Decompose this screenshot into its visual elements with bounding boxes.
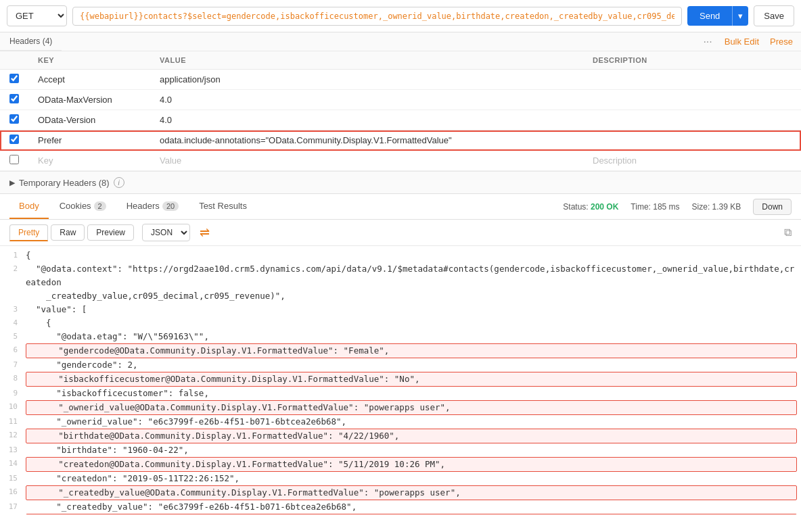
more-options-icon[interactable]: ···	[703, 36, 712, 48]
value-column-header: VALUE	[150, 51, 583, 70]
preview-button[interactable]: Preview	[87, 224, 134, 241]
line-content: "gendercode@OData.Community.Display.V1.F…	[26, 343, 797, 358]
header-checkbox[interactable]	[9, 155, 19, 164]
line-number: 8	[4, 372, 26, 385]
copy-icon[interactable]: ⧉	[784, 226, 792, 239]
header-checkbox[interactable]	[9, 74, 19, 83]
header-row: OData-Version4.0	[0, 110, 801, 130]
header-row: OData-MaxVersion4.0	[0, 90, 801, 110]
line-number: 2	[4, 262, 26, 275]
header-description	[583, 110, 801, 130]
preset-button[interactable]: Prese	[770, 37, 793, 47]
line-content: {	[26, 316, 797, 330]
tab-body[interactable]: Body	[9, 194, 49, 219]
json-line: 10 "_ownerid_value@OData.Community.Displ…	[0, 400, 801, 415]
header-checkbox[interactable]	[9, 114, 19, 124]
tab-badge: 20	[162, 201, 179, 211]
status-bar: Status: 200 OK Time: 185 ms Size: 1.39 K…	[563, 199, 792, 215]
line-content: "_ownerid_value": "e6c3799f-e26b-4f51-b0…	[26, 415, 797, 429]
line-content: "_createdby_value": "e6c3799f-e26b-4f51-…	[26, 500, 797, 514]
tab-badge: 2	[94, 201, 106, 211]
header-description	[583, 70, 801, 90]
line-content: "birthdate": "1960-04-22",	[26, 443, 797, 457]
header-value: odata.include-annotations="OData.Communi…	[150, 130, 583, 151]
key-column-header: KEY	[28, 51, 150, 70]
json-line: 14 "createdon@OData.Community.Display.V1…	[0, 457, 801, 472]
json-line: 16 "_createdby_value@OData.Community.Dis…	[0, 485, 801, 500]
info-icon[interactable]: i	[114, 177, 124, 188]
line-number: 15	[4, 472, 26, 485]
line-number: 16	[4, 485, 26, 498]
tab-test-results[interactable]: Test Results	[189, 194, 256, 219]
line-content: {	[26, 249, 797, 262]
json-line: 17 "_createdby_value": "e6c3799f-e26b-4f…	[0, 500, 801, 514]
line-number: 5	[4, 330, 26, 343]
json-line: 5 "@odata.etag": "W/\"569163\"",	[0, 330, 801, 343]
line-number: 18	[4, 514, 26, 514]
json-line: 8 "isbackofficecustomer@OData.Community.…	[0, 372, 801, 387]
highlighted-line: "createdon@OData.Community.Display.V1.Fo…	[26, 457, 797, 472]
raw-button[interactable]: Raw	[51, 224, 85, 241]
header-key: Key	[28, 151, 150, 171]
json-line: 4 {	[0, 316, 801, 330]
header-value: application/json	[150, 70, 583, 90]
pretty-button[interactable]: Pretty	[9, 224, 48, 241]
size-label: Size: 1.39 KB	[692, 202, 741, 212]
header-checkbox[interactable]	[9, 135, 19, 144]
json-line: 2 "@odata.context": "https://orgd2aae10d…	[0, 262, 801, 289]
header-value: 4.0	[150, 110, 583, 130]
format-select[interactable]: JSON XML HTML Text	[142, 224, 190, 241]
temp-headers-label: Temporary Headers (8)	[19, 178, 110, 188]
line-number: 13	[4, 443, 26, 456]
status-label: Status: 200 OK	[563, 202, 618, 212]
send-dropdown-button[interactable]: ▾	[732, 6, 748, 26]
header-row: Acceptapplication/json	[0, 70, 801, 90]
method-select[interactable]: GET POST PUT PATCH DELETE	[7, 5, 67, 26]
save-button[interactable]: Save	[754, 5, 794, 26]
highlighted-line: "birthdate@OData.Community.Display.V1.Fo…	[26, 429, 797, 443]
header-value: 4.0	[150, 90, 583, 110]
line-number: 11	[4, 415, 26, 428]
send-button[interactable]: Send	[687, 6, 732, 26]
desc-placeholder: Description	[593, 155, 637, 166]
value-placeholder: Value	[160, 155, 181, 166]
body-toolbar: Pretty Raw Preview JSON XML HTML Text ⇌ …	[0, 220, 801, 246]
json-line: _createdby_value,cr095_decimal,cr095_rev…	[0, 289, 801, 303]
line-content: "createdon@OData.Community.Display.V1.Fo…	[26, 457, 797, 472]
line-number: 14	[4, 457, 26, 470]
tab-cookies[interactable]: Cookies2	[50, 194, 116, 219]
line-content: "gendercode": 2,	[26, 358, 797, 372]
header-description: Description	[583, 151, 801, 171]
bulk-edit-button[interactable]: Bulk Edit	[725, 37, 759, 47]
json-viewer[interactable]: 1{2 "@odata.context": "https://orgd2aae1…	[0, 246, 801, 514]
temporary-headers-row[interactable]: ▶ Temporary Headers (8) i	[0, 171, 801, 193]
line-content: "_createdby_value@OData.Community.Displa…	[26, 485, 797, 500]
headers-section: Headers (4) ··· Bulk Edit Prese KEY VALU…	[0, 32, 801, 194]
url-input[interactable]	[72, 7, 682, 26]
time-value: 185 ms	[653, 202, 679, 212]
download-button[interactable]: Down	[753, 199, 792, 215]
tab-headers[interactable]: Headers20	[117, 194, 188, 219]
highlighted-line: "isbackofficecustomer@OData.Community.Di…	[26, 372, 797, 387]
json-line: 12 "birthdate@OData.Community.Display.V1…	[0, 429, 801, 443]
highlighted-line: "_createdby_value@OData.Community.Displa…	[26, 485, 797, 500]
header-row: KeyValueDescription	[0, 151, 801, 171]
header-value: Value	[150, 151, 583, 171]
line-content: "cr095_decimal@OData.Community.Display.V…	[26, 514, 797, 514]
header-key: OData-MaxVersion	[28, 90, 150, 110]
headers-table: KEY VALUE DESCRIPTION Acceptapplication/…	[0, 51, 801, 171]
line-content: "value": [	[26, 303, 797, 316]
line-content: "@odata.etag": "W/\"569163\"",	[26, 330, 797, 343]
highlighted-line: "gendercode@OData.Community.Display.V1.F…	[26, 343, 797, 358]
json-line: 7 "gendercode": 2,	[0, 358, 801, 372]
header-key: Prefer	[28, 130, 150, 151]
header-checkbox[interactable]	[9, 94, 19, 103]
status-ok: 200 OK	[591, 202, 618, 212]
header-description	[583, 90, 801, 110]
line-number: 9	[4, 387, 26, 400]
line-content: _createdby_value,cr095_decimal,cr095_rev…	[26, 289, 797, 303]
line-content: "createdon": "2019-05-11T22:26:152",	[26, 472, 797, 485]
line-number: 6	[4, 343, 26, 356]
wrap-icon[interactable]: ⇌	[200, 225, 210, 240]
key-placeholder: Key	[38, 155, 53, 166]
